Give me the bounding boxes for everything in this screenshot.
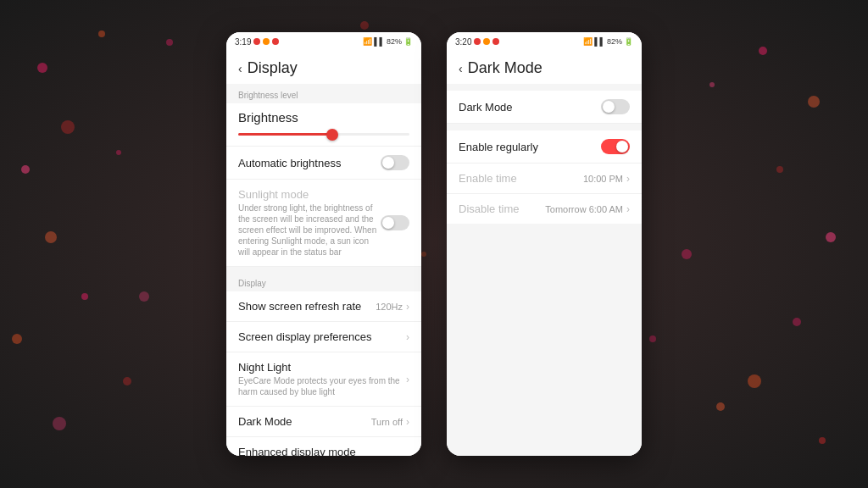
phone2-page-header: ‹ Dark Mode [447, 51, 642, 84]
phone1-status-bar: 3:19 📶 ▌▌ 82% 🔋 [226, 32, 421, 51]
phone2-screen: ‹ Dark Mode Dark Mode Enable regularly [447, 51, 642, 456]
phone1-enhanced-left: Enhanced display mode Once enabled, brig… [238, 446, 381, 456]
phone2-dark-mode-left: Dark Mode [459, 101, 601, 114]
phones-container: 3:19 📶 ▌▌ 82% 🔋 ‹ Display Brightness lev… [0, 0, 868, 488]
phone1-slider-thumb[interactable] [326, 129, 338, 141]
phone1-sunlight-desc: Under strong light, the brightness of th… [238, 202, 381, 258]
phone1-time: 3:19 [235, 37, 251, 47]
phone2-enable-regularly-title: Enable regularly [459, 141, 601, 153]
phone1-night-light-title: Night Light [238, 361, 406, 374]
phone1-notif-dot3 [272, 38, 279, 45]
phone1-refresh-rate-title: Show screen refresh rate [238, 300, 376, 313]
phone1-slider-fill [238, 133, 332, 136]
phone2-enable-time-title: Enable time [459, 172, 583, 185]
phone2-enable-regularly-toggle[interactable] [601, 139, 630, 154]
phone1-notif-dot1 [253, 38, 260, 45]
phone2-status-left: 3:20 [455, 37, 499, 47]
phone1-auto-brightness-title: Automatic brightness [238, 157, 381, 169]
phone1-enhanced-title: Enhanced display mode [238, 446, 381, 456]
phone2-notif-dot2 [483, 38, 490, 45]
phone1-auto-brightness-item[interactable]: Automatic brightness [226, 147, 421, 180]
phone1-display-section-label: Display [226, 272, 421, 291]
phone1-sunlight-knob [382, 217, 394, 229]
phone1-display-prefs-title: Screen display preferences [238, 330, 406, 343]
phone2-enable-regularly-item[interactable]: Enable regularly [447, 130, 642, 164]
phone2-enable-time-item[interactable]: Enable time 10:00 PM › [447, 164, 642, 194]
phone2: 3:20 📶 ▌▌ 82% 🔋 ‹ Dark Mode [447, 32, 642, 456]
phone2-disable-time-item[interactable]: Disable time Tomorrow 6:00 AM › [447, 194, 642, 224]
phone2-top-divider [447, 84, 642, 91]
phone2-wifi-icon: 📶 [583, 37, 593, 46]
phone1-display-prefs-item[interactable]: Screen display preferences › [226, 322, 421, 352]
phone2-page-title: Dark Mode [468, 59, 542, 77]
phone1-sunlight-title: Sunlight mode [238, 188, 381, 201]
phone2-battery-pct: 82% [607, 37, 622, 46]
phone1-brightness-section: Brightness [226, 103, 421, 147]
phone2-status-right: 📶 ▌▌ 82% 🔋 [583, 37, 633, 46]
phone2-back-arrow[interactable]: ‹ [459, 62, 463, 75]
phone2-enable-regularly-knob [616, 141, 628, 152]
phone1-signal-icon: ▌▌ [374, 37, 385, 46]
phone1-refresh-rate-item[interactable]: Show screen refresh rate 120Hz › [226, 291, 421, 322]
phone1-sunlight-toggle[interactable] [381, 215, 409, 230]
phone1-auto-brightness-toggle[interactable] [381, 155, 409, 170]
phone1-back-arrow[interactable]: ‹ [238, 62, 242, 75]
phone1-sunlight-left: Sunlight mode Under strong light, the br… [238, 188, 381, 258]
phone2-dark-mode-title: Dark Mode [459, 101, 601, 114]
phone2-notif-dot3 [492, 38, 499, 45]
phone1-refresh-rate-chevron: › [406, 301, 409, 313]
phone2-disable-time-value: Tomorrow 6:00 AM [545, 204, 623, 214]
phone1-night-light-left: Night Light EyeCare Mode protects your e… [238, 361, 406, 397]
phone1-dark-mode-value: Turn off [371, 417, 403, 427]
phone1: 3:19 📶 ▌▌ 82% 🔋 ‹ Display Brightness lev… [226, 32, 421, 456]
phone1-dark-mode-left: Dark Mode [238, 415, 371, 428]
phone1-brightness-section-label: Brightness level [226, 84, 421, 103]
phone2-enable-time-left: Enable time [459, 172, 583, 185]
phone1-dark-mode-item[interactable]: Dark Mode Turn off › [226, 407, 421, 437]
phone1-battery-icon: 🔋 [403, 37, 413, 46]
phone1-status-left: 3:19 [235, 37, 279, 47]
phone2-dark-mode-knob [603, 101, 615, 113]
phone1-brightness-slider[interactable] [238, 133, 409, 136]
phone1-notif-dot2 [263, 38, 270, 45]
phone1-dark-mode-title: Dark Mode [238, 415, 371, 428]
phone2-time: 3:20 [455, 37, 471, 47]
phone2-disable-time-chevron: › [626, 203, 630, 215]
phone2-enable-time-value: 10:00 PM [583, 174, 623, 184]
phone1-status-right: 📶 ▌▌ 82% 🔋 [363, 37, 413, 46]
phone2-status-bar: 3:20 📶 ▌▌ 82% 🔋 [447, 32, 642, 51]
phone1-display-prefs-chevron: › [406, 331, 409, 343]
phone2-enable-regularly-left: Enable regularly [459, 141, 601, 153]
phone1-battery-pct: 82% [387, 37, 402, 46]
phone2-battery-icon: 🔋 [624, 37, 633, 46]
phone1-dark-mode-chevron: › [406, 416, 409, 428]
phone1-page-title: Display [248, 59, 298, 77]
phone1-night-light-chevron: › [406, 374, 409, 385]
phone1-enhanced-item[interactable]: Enhanced display mode Once enabled, brig… [226, 437, 421, 456]
phone2-disable-time-left: Disable time [459, 202, 545, 215]
phone2-enable-time-chevron: › [626, 173, 630, 185]
phone1-refresh-rate-left: Show screen refresh rate [238, 300, 376, 313]
phone1-night-light-desc: EyeCare Mode protects your eyes from the… [238, 375, 406, 397]
phone1-night-light-item[interactable]: Night Light EyeCare Mode protects your e… [226, 352, 421, 407]
phone1-screen: ‹ Display Brightness level Brightness Au… [226, 51, 421, 456]
phone2-dark-mode-toggle[interactable] [601, 99, 630, 114]
phone1-brightness-title: Brightness [238, 110, 409, 125]
phone1-wifi-icon: 📶 [363, 37, 372, 46]
phone1-page-header: ‹ Display [226, 51, 421, 84]
phone1-sunlight-item[interactable]: Sunlight mode Under strong light, the br… [226, 180, 421, 267]
phone1-auto-brightness-knob [382, 157, 394, 169]
phone2-disable-time-title: Disable time [459, 202, 545, 215]
phone1-auto-brightness-left: Automatic brightness [238, 157, 381, 169]
phone2-notif-dot1 [474, 38, 481, 45]
phone2-dark-mode-item[interactable]: Dark Mode [447, 91, 642, 124]
phone2-divider1 [447, 124, 642, 130]
phone2-signal-icon: ▌▌ [594, 37, 605, 46]
phone1-refresh-rate-value: 120Hz [376, 302, 403, 312]
phone1-display-prefs-left: Screen display preferences [238, 330, 406, 343]
